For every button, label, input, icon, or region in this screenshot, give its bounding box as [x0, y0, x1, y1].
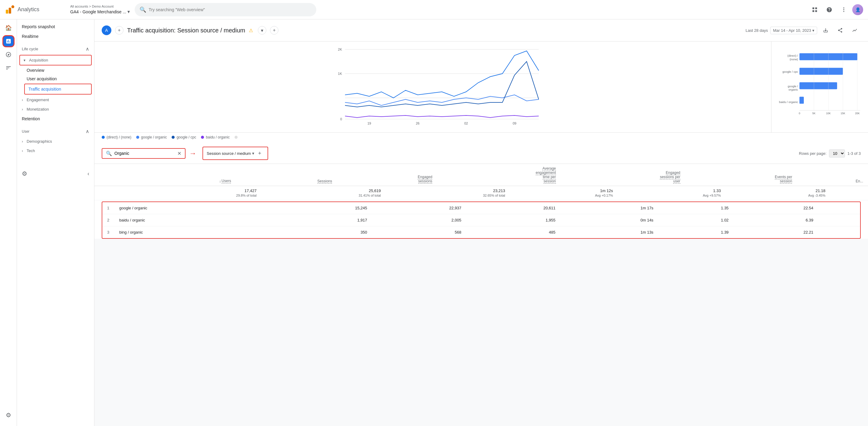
date-chevron-icon: ▾ — [812, 28, 814, 33]
share-icon[interactable] — [834, 24, 846, 36]
sidebar-subitem-traffic-acquisition[interactable]: Traffic acquisition — [25, 84, 91, 94]
sidebar-item-demographics[interactable]: › Demographics — [17, 137, 94, 146]
row3-engaged: 485 — [466, 226, 560, 238]
lifecycle-collapse-icon[interactable]: ∧ — [86, 46, 89, 52]
legend-google-organic[interactable]: google / organic — [136, 135, 167, 139]
sidebar-item-monetization[interactable]: › Monetization — [17, 105, 94, 114]
apps-icon[interactable] — [809, 4, 821, 16]
svg-rect-6 — [815, 10, 817, 12]
sidebar-section-lifecycle[interactable]: Life cycle ∧ — [17, 44, 94, 54]
svg-text:1K: 1K — [338, 72, 342, 76]
rows-per-page: Rows per page: 10 25 50 1-3 of 3 — [799, 149, 861, 158]
line-chart-area: 2K 1K 0 19 Mar 26 02 Apr 09 — [94, 41, 771, 133]
th-sessions[interactable]: Sessions — [236, 164, 337, 186]
logo-area: Analytics — [5, 5, 65, 15]
settings-gear-icon[interactable]: ⚙ — [22, 170, 27, 177]
advertising-rail-icon[interactable] — [2, 62, 14, 74]
sidebar-item-retention[interactable]: Retention — [17, 114, 94, 124]
svg-rect-5 — [813, 10, 814, 12]
th-avg-engagement[interactable]: Averageengagementtime persession — [437, 164, 560, 186]
add-metric-button[interactable]: ▾ — [258, 26, 266, 34]
table-search-input[interactable] — [115, 151, 175, 156]
svg-text:09: 09 — [513, 121, 516, 125]
svg-rect-30 — [800, 68, 843, 75]
svg-text:2K: 2K — [338, 48, 342, 51]
sidebar-subitem-overview[interactable]: Overview — [17, 66, 94, 75]
help-icon[interactable] — [823, 4, 835, 16]
acquisition-expand-icon: ▾ — [24, 58, 25, 62]
reports-rail-icon[interactable] — [2, 35, 14, 47]
rows-per-page-select[interactable]: 10 25 50 — [829, 149, 845, 158]
bar-chart-area: (direct) / (none) google / cpc google / … — [771, 41, 868, 133]
th-users[interactable]: ↓ Users — [147, 164, 236, 186]
legend-label-baidu-organic: baidu / organic — [206, 135, 230, 139]
table-header-row: ↓ Users Sessions Engagedsessions — [94, 164, 868, 186]
add-dimension-button[interactable]: + — [255, 149, 264, 158]
svg-rect-3 — [813, 7, 814, 9]
svg-point-8 — [843, 9, 844, 10]
svg-text:Apr: Apr — [463, 124, 468, 125]
row2-sessions: 2,005 — [372, 214, 466, 226]
table-search-container[interactable]: 🔍 ✕ — [102, 148, 186, 159]
legend-direct-none[interactable]: (direct) / (none) — [102, 135, 131, 139]
row2-eng-per-user: 1.02 — [658, 214, 733, 226]
tech-label: Tech — [27, 148, 35, 153]
home-rail-icon[interactable]: 🏠 — [2, 22, 14, 34]
date-range-value: Mar 14 - Apr 10, 2023 — [773, 28, 811, 33]
engagement-label: Engagement — [27, 97, 49, 102]
insights-icon[interactable] — [849, 24, 861, 36]
total-avg-eng: 1m 12s — [515, 189, 613, 193]
row3-dimension: bing / organic — [115, 226, 278, 238]
dimension-dropdown-icon[interactable]: ▾ — [252, 151, 254, 156]
user-section-collapse-icon[interactable]: ∧ — [86, 129, 89, 134]
row3-sessions: 568 — [372, 226, 466, 238]
account-name[interactable]: GA4 - Google Merchandise ... ▾ — [70, 9, 130, 15]
dropdown-chevron-icon[interactable]: ▾ — [127, 9, 130, 15]
legend-baidu-organic[interactable]: baidu / organic — [201, 135, 230, 139]
acquisition-label: Acquisition — [29, 58, 48, 62]
row1-sessions: 22,937 — [372, 202, 466, 214]
table-row[interactable]: 2 baidu / organic 1,917 2,005 1,955 0m 1… — [102, 214, 860, 226]
global-search-bar[interactable]: 🔍 — [135, 3, 316, 17]
clear-search-icon[interactable]: ✕ — [177, 150, 181, 157]
table-row[interactable]: 3 bing / organic 350 568 485 1m 13s 1.39… — [102, 226, 860, 238]
dimension-header-button[interactable]: Session source / medium ▾ + — [203, 147, 268, 160]
table-row[interactable]: 1 google / organic 15,245 22,937 20,611 … — [102, 202, 860, 214]
monetization-label: Monetization — [27, 107, 49, 112]
th-engaged-per-user[interactable]: Engagedsessions peruser — [561, 164, 685, 186]
sidebar-item-tech[interactable]: › Tech — [17, 146, 94, 155]
add-segment-button[interactable]: + — [270, 26, 278, 34]
sidebar-item-realtime[interactable]: Realtime — [17, 31, 94, 41]
legend-more[interactable] — [235, 135, 239, 139]
date-picker[interactable]: Mar 14 - Apr 10, 2023 ▾ — [770, 27, 817, 34]
sidebar-subitem-user-acquisition[interactable]: User acquisition — [17, 75, 94, 83]
th-events-per-session[interactable]: Events persession — [685, 164, 797, 186]
sidebar-item-engagement[interactable]: › Engagement — [17, 95, 94, 105]
row3-rank: 3 — [102, 226, 115, 238]
sidebar-item-reports-snapshot[interactable]: Reports snapshot — [17, 22, 94, 31]
icon-rail: 🏠 ⚙ — [0, 19, 17, 426]
line-chart-svg: 2K 1K 0 19 Mar 26 02 Apr 09 — [102, 46, 764, 125]
explore-rail-icon[interactable] — [2, 49, 14, 61]
settings-rail-icon[interactable]: ⚙ — [2, 409, 14, 421]
svg-text:0: 0 — [799, 112, 800, 115]
date-range-selector[interactable]: Last 28 days Mar 14 - Apr 10, 2023 ▾ — [746, 24, 861, 36]
warning-icon: ⚠ — [249, 28, 253, 33]
legend-dot-google-cpc — [172, 136, 175, 139]
more-options-icon[interactable] — [838, 4, 850, 16]
row1-events: 22.54 — [733, 202, 818, 214]
total-users: 17,427 — [149, 189, 257, 193]
avatar[interactable]: 👤 — [852, 4, 863, 15]
chart-section: 2K 1K 0 19 Mar 26 02 Apr 09 — [94, 41, 868, 133]
legend-label-google-cpc: google / cpc — [177, 135, 196, 139]
sidebar-collapse-icon[interactable]: ‹ — [88, 171, 89, 177]
legend-google-cpc[interactable]: google / cpc — [172, 135, 196, 139]
th-engaged-sessions[interactable]: Engagedsessions — [337, 164, 437, 186]
add-comparison-button[interactable]: + — [115, 26, 123, 34]
top-bar: Analytics All accounts > Demo Account GA… — [0, 0, 868, 19]
row2-events: 6.39 — [733, 214, 818, 226]
th-en[interactable]: En... — [797, 164, 868, 186]
sidebar-item-acquisition[interactable]: ▾ Acquisition — [20, 55, 91, 65]
export-icon[interactable] — [819, 24, 832, 36]
search-input[interactable] — [149, 7, 311, 12]
